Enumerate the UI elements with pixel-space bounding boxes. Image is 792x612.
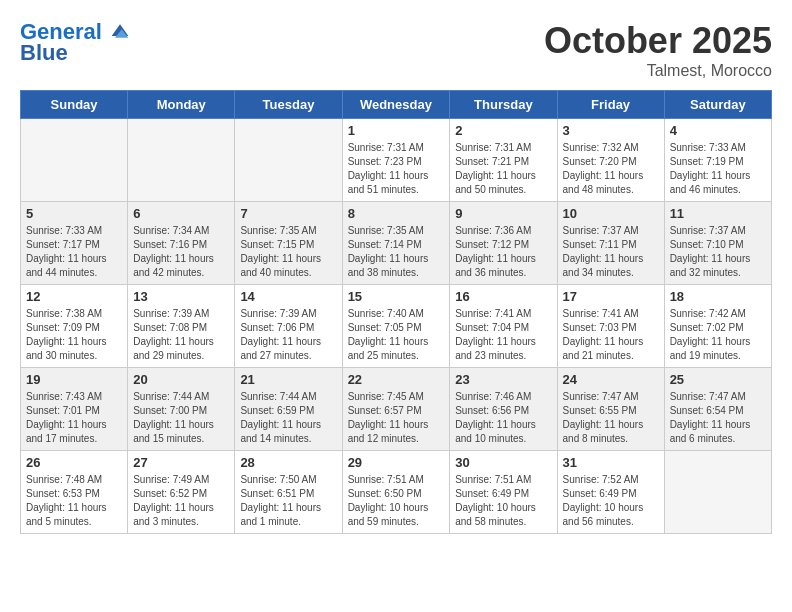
day-number: 21 xyxy=(240,372,336,387)
calendar-cell: 30Sunrise: 7:51 AM Sunset: 6:49 PM Dayli… xyxy=(450,451,557,534)
logo-icon xyxy=(110,21,130,41)
calendar-cell: 5Sunrise: 7:33 AM Sunset: 7:17 PM Daylig… xyxy=(21,202,128,285)
day-number: 4 xyxy=(670,123,766,138)
calendar-cell: 3Sunrise: 7:32 AM Sunset: 7:20 PM Daylig… xyxy=(557,119,664,202)
day-number: 30 xyxy=(455,455,551,470)
calendar-cell: 12Sunrise: 7:38 AM Sunset: 7:09 PM Dayli… xyxy=(21,285,128,368)
calendar-week-row: 12Sunrise: 7:38 AM Sunset: 7:09 PM Dayli… xyxy=(21,285,772,368)
day-info: Sunrise: 7:35 AM Sunset: 7:15 PM Dayligh… xyxy=(240,224,336,280)
day-info: Sunrise: 7:31 AM Sunset: 7:23 PM Dayligh… xyxy=(348,141,445,197)
calendar-cell: 11Sunrise: 7:37 AM Sunset: 7:10 PM Dayli… xyxy=(664,202,771,285)
day-number: 12 xyxy=(26,289,122,304)
day-info: Sunrise: 7:37 AM Sunset: 7:10 PM Dayligh… xyxy=(670,224,766,280)
day-number: 5 xyxy=(26,206,122,221)
calendar-cell: 15Sunrise: 7:40 AM Sunset: 7:05 PM Dayli… xyxy=(342,285,450,368)
day-number: 29 xyxy=(348,455,445,470)
day-info: Sunrise: 7:51 AM Sunset: 6:49 PM Dayligh… xyxy=(455,473,551,529)
day-info: Sunrise: 7:47 AM Sunset: 6:55 PM Dayligh… xyxy=(563,390,659,446)
day-number: 17 xyxy=(563,289,659,304)
day-info: Sunrise: 7:51 AM Sunset: 6:50 PM Dayligh… xyxy=(348,473,445,529)
calendar-week-row: 26Sunrise: 7:48 AM Sunset: 6:53 PM Dayli… xyxy=(21,451,772,534)
day-number: 24 xyxy=(563,372,659,387)
calendar-cell: 18Sunrise: 7:42 AM Sunset: 7:02 PM Dayli… xyxy=(664,285,771,368)
page-header: General Blue October 2025 Talmest, Moroc… xyxy=(20,20,772,80)
day-info: Sunrise: 7:47 AM Sunset: 6:54 PM Dayligh… xyxy=(670,390,766,446)
calendar-cell xyxy=(235,119,342,202)
day-number: 1 xyxy=(348,123,445,138)
calendar-cell: 26Sunrise: 7:48 AM Sunset: 6:53 PM Dayli… xyxy=(21,451,128,534)
day-number: 20 xyxy=(133,372,229,387)
day-info: Sunrise: 7:32 AM Sunset: 7:20 PM Dayligh… xyxy=(563,141,659,197)
calendar-cell: 13Sunrise: 7:39 AM Sunset: 7:08 PM Dayli… xyxy=(128,285,235,368)
day-number: 15 xyxy=(348,289,445,304)
day-number: 7 xyxy=(240,206,336,221)
calendar-cell xyxy=(664,451,771,534)
calendar-cell: 27Sunrise: 7:49 AM Sunset: 6:52 PM Dayli… xyxy=(128,451,235,534)
day-info: Sunrise: 7:49 AM Sunset: 6:52 PM Dayligh… xyxy=(133,473,229,529)
title-block: October 2025 Talmest, Morocco xyxy=(544,20,772,80)
day-number: 16 xyxy=(455,289,551,304)
day-number: 28 xyxy=(240,455,336,470)
day-info: Sunrise: 7:33 AM Sunset: 7:19 PM Dayligh… xyxy=(670,141,766,197)
day-number: 25 xyxy=(670,372,766,387)
calendar-cell: 1Sunrise: 7:31 AM Sunset: 7:23 PM Daylig… xyxy=(342,119,450,202)
day-info: Sunrise: 7:35 AM Sunset: 7:14 PM Dayligh… xyxy=(348,224,445,280)
day-number: 8 xyxy=(348,206,445,221)
calendar-week-row: 5Sunrise: 7:33 AM Sunset: 7:17 PM Daylig… xyxy=(21,202,772,285)
calendar-cell: 21Sunrise: 7:44 AM Sunset: 6:59 PM Dayli… xyxy=(235,368,342,451)
day-info: Sunrise: 7:37 AM Sunset: 7:11 PM Dayligh… xyxy=(563,224,659,280)
day-info: Sunrise: 7:38 AM Sunset: 7:09 PM Dayligh… xyxy=(26,307,122,363)
day-number: 13 xyxy=(133,289,229,304)
day-number: 6 xyxy=(133,206,229,221)
day-info: Sunrise: 7:39 AM Sunset: 7:06 PM Dayligh… xyxy=(240,307,336,363)
calendar-cell: 31Sunrise: 7:52 AM Sunset: 6:49 PM Dayli… xyxy=(557,451,664,534)
day-info: Sunrise: 7:31 AM Sunset: 7:21 PM Dayligh… xyxy=(455,141,551,197)
calendar-cell: 7Sunrise: 7:35 AM Sunset: 7:15 PM Daylig… xyxy=(235,202,342,285)
calendar-header-row: SundayMondayTuesdayWednesdayThursdayFrid… xyxy=(21,91,772,119)
weekday-header-tuesday: Tuesday xyxy=(235,91,342,119)
calendar-cell: 14Sunrise: 7:39 AM Sunset: 7:06 PM Dayli… xyxy=(235,285,342,368)
day-info: Sunrise: 7:52 AM Sunset: 6:49 PM Dayligh… xyxy=(563,473,659,529)
day-info: Sunrise: 7:40 AM Sunset: 7:05 PM Dayligh… xyxy=(348,307,445,363)
calendar-cell: 22Sunrise: 7:45 AM Sunset: 6:57 PM Dayli… xyxy=(342,368,450,451)
calendar-cell: 25Sunrise: 7:47 AM Sunset: 6:54 PM Dayli… xyxy=(664,368,771,451)
day-info: Sunrise: 7:36 AM Sunset: 7:12 PM Dayligh… xyxy=(455,224,551,280)
weekday-header-sunday: Sunday xyxy=(21,91,128,119)
calendar-cell: 23Sunrise: 7:46 AM Sunset: 6:56 PM Dayli… xyxy=(450,368,557,451)
day-number: 9 xyxy=(455,206,551,221)
calendar-cell: 9Sunrise: 7:36 AM Sunset: 7:12 PM Daylig… xyxy=(450,202,557,285)
day-number: 14 xyxy=(240,289,336,304)
calendar-cell: 28Sunrise: 7:50 AM Sunset: 6:51 PM Dayli… xyxy=(235,451,342,534)
day-info: Sunrise: 7:42 AM Sunset: 7:02 PM Dayligh… xyxy=(670,307,766,363)
day-info: Sunrise: 7:33 AM Sunset: 7:17 PM Dayligh… xyxy=(26,224,122,280)
day-number: 10 xyxy=(563,206,659,221)
day-info: Sunrise: 7:41 AM Sunset: 7:04 PM Dayligh… xyxy=(455,307,551,363)
calendar-week-row: 19Sunrise: 7:43 AM Sunset: 7:01 PM Dayli… xyxy=(21,368,772,451)
day-number: 3 xyxy=(563,123,659,138)
day-number: 23 xyxy=(455,372,551,387)
day-number: 19 xyxy=(26,372,122,387)
weekday-header-thursday: Thursday xyxy=(450,91,557,119)
calendar-cell: 20Sunrise: 7:44 AM Sunset: 7:00 PM Dayli… xyxy=(128,368,235,451)
logo: General Blue xyxy=(20,20,130,66)
day-info: Sunrise: 7:50 AM Sunset: 6:51 PM Dayligh… xyxy=(240,473,336,529)
weekday-header-monday: Monday xyxy=(128,91,235,119)
calendar-cell xyxy=(128,119,235,202)
day-number: 11 xyxy=(670,206,766,221)
day-number: 31 xyxy=(563,455,659,470)
calendar-week-row: 1Sunrise: 7:31 AM Sunset: 7:23 PM Daylig… xyxy=(21,119,772,202)
day-info: Sunrise: 7:44 AM Sunset: 7:00 PM Dayligh… xyxy=(133,390,229,446)
calendar-cell: 16Sunrise: 7:41 AM Sunset: 7:04 PM Dayli… xyxy=(450,285,557,368)
day-info: Sunrise: 7:43 AM Sunset: 7:01 PM Dayligh… xyxy=(26,390,122,446)
calendar-cell: 8Sunrise: 7:35 AM Sunset: 7:14 PM Daylig… xyxy=(342,202,450,285)
calendar-table: SundayMondayTuesdayWednesdayThursdayFrid… xyxy=(20,90,772,534)
day-number: 26 xyxy=(26,455,122,470)
weekday-header-friday: Friday xyxy=(557,91,664,119)
calendar-cell: 24Sunrise: 7:47 AM Sunset: 6:55 PM Dayli… xyxy=(557,368,664,451)
day-info: Sunrise: 7:48 AM Sunset: 6:53 PM Dayligh… xyxy=(26,473,122,529)
calendar-cell: 2Sunrise: 7:31 AM Sunset: 7:21 PM Daylig… xyxy=(450,119,557,202)
calendar-cell: 4Sunrise: 7:33 AM Sunset: 7:19 PM Daylig… xyxy=(664,119,771,202)
location: Talmest, Morocco xyxy=(544,62,772,80)
day-number: 22 xyxy=(348,372,445,387)
day-info: Sunrise: 7:39 AM Sunset: 7:08 PM Dayligh… xyxy=(133,307,229,363)
